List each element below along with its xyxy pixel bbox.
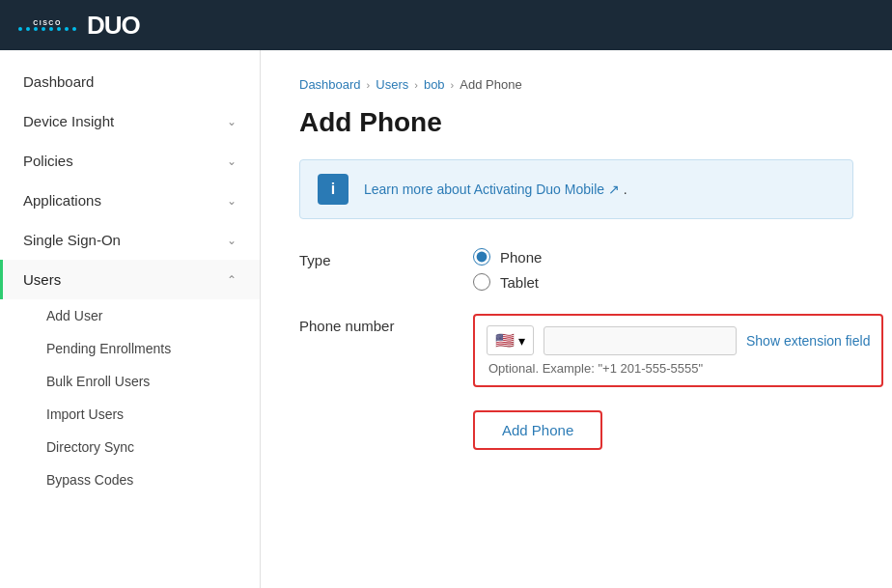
breadcrumb-dashboard[interactable]: Dashboard xyxy=(299,77,361,92)
sidebar-item-label-applications: Applications xyxy=(23,192,101,209)
phone-control: 🇺🇸 ▾ Show extension field Optional. Exam… xyxy=(473,314,883,387)
type-tablet-label: Tablet xyxy=(500,274,539,291)
chevron-down-icon: ⌄ xyxy=(227,115,237,128)
cisco-dots xyxy=(17,26,77,32)
sidebar-subitem-bulk-enroll-users[interactable]: Bulk Enroll Users xyxy=(0,365,260,398)
chevron-down-icon: ⌄ xyxy=(227,194,237,208)
type-radio-group: Phone Tablet xyxy=(473,248,853,291)
page-title: Add Phone xyxy=(299,107,853,138)
type-radio-phone[interactable] xyxy=(473,248,490,266)
phone-field-wrapper: 🇺🇸 ▾ Show extension field Optional. Exam… xyxy=(473,314,883,387)
logo-area: CISCO DUO xyxy=(17,11,140,41)
submit-spacer xyxy=(299,410,473,414)
info-banner-text: Learn more about Activating Duo Mobile ↗… xyxy=(364,182,627,197)
phone-input-row: 🇺🇸 ▾ Show extension field xyxy=(487,325,870,355)
type-radio-tablet[interactable] xyxy=(473,273,490,291)
duo-logo: DUO xyxy=(87,11,140,41)
info-banner: i Learn more about Activating Duo Mobile… xyxy=(299,159,853,219)
sidebar-item-label-policies: Policies xyxy=(23,153,73,169)
chevron-down-icon: ⌄ xyxy=(227,234,237,247)
sidebar-item-dashboard[interactable]: Dashboard xyxy=(0,62,260,101)
phone-form-row: Phone number 🇺🇸 ▾ Show extension field O… xyxy=(299,314,853,387)
country-chevron-icon: ▾ xyxy=(518,333,525,349)
sidebar-item-applications[interactable]: Applications ⌄ xyxy=(0,181,260,220)
sidebar-item-label-dashboard: Dashboard xyxy=(23,73,94,90)
phone-hint: Optional. Example: "+1 201-555-5555" xyxy=(487,361,870,376)
sidebar-item-policies[interactable]: Policies ⌄ xyxy=(0,141,260,181)
cisco-logo: CISCO xyxy=(17,19,77,32)
sidebar-subitem-add-user[interactable]: Add User xyxy=(0,299,260,332)
external-link-icon: ↗ xyxy=(608,182,620,197)
sidebar: Dashboard Device Insight ⌄ Policies ⌄ Ap… xyxy=(0,50,261,588)
sidebar-item-label-users: Users xyxy=(23,271,61,288)
sidebar-item-label-device-insight: Device Insight xyxy=(23,113,114,129)
chevron-up-icon: ⌃ xyxy=(227,273,237,287)
submit-control: Add Phone xyxy=(473,410,853,450)
breadcrumb-sep-3: › xyxy=(451,79,455,91)
type-control: Phone Tablet xyxy=(473,248,853,291)
chevron-down-icon: ⌄ xyxy=(227,154,237,168)
breadcrumb-sep-2: › xyxy=(414,79,418,91)
country-select[interactable]: 🇺🇸 ▾ xyxy=(487,325,534,355)
breadcrumb-current: Add Phone xyxy=(460,77,521,92)
sidebar-item-label-sso: Single Sign-On xyxy=(23,232,121,248)
sidebar-subitem-directory-sync[interactable]: Directory Sync xyxy=(0,431,260,463)
show-extension-link[interactable]: Show extension field xyxy=(746,333,870,349)
country-flag: 🇺🇸 xyxy=(495,331,515,350)
main-content: Dashboard › Users › bob › Add Phone Add … xyxy=(261,50,892,588)
breadcrumb: Dashboard › Users › bob › Add Phone xyxy=(299,77,853,92)
type-option-phone[interactable]: Phone xyxy=(473,248,853,266)
add-phone-button[interactable]: Add Phone xyxy=(473,410,602,450)
top-navigation: CISCO DUO xyxy=(0,0,892,50)
info-banner-link[interactable]: Learn more about Activating Duo Mobile ↗ xyxy=(364,182,624,197)
type-phone-label: Phone xyxy=(500,249,542,266)
sidebar-subitem-pending-enrollments[interactable]: Pending Enrollments xyxy=(0,332,260,365)
info-icon: i xyxy=(318,174,348,205)
breadcrumb-sep-1: › xyxy=(367,79,371,91)
sidebar-subitems-users: Add User Pending Enrollments Bulk Enroll… xyxy=(0,299,260,496)
submit-form-row: Add Phone xyxy=(299,410,853,450)
breadcrumb-users[interactable]: Users xyxy=(376,77,408,92)
phone-number-input[interactable] xyxy=(544,326,737,355)
sidebar-subitem-import-users[interactable]: Import Users xyxy=(0,398,260,431)
sidebar-item-single-sign-on[interactable]: Single Sign-On ⌄ xyxy=(0,220,260,260)
sidebar-subitem-bypass-codes[interactable]: Bypass Codes xyxy=(0,463,260,496)
type-label: Type xyxy=(299,248,473,268)
sidebar-item-users[interactable]: Users ⌃ xyxy=(0,260,260,299)
breadcrumb-bob[interactable]: bob xyxy=(424,77,445,92)
sidebar-item-device-insight[interactable]: Device Insight ⌄ xyxy=(0,101,260,141)
type-option-tablet[interactable]: Tablet xyxy=(473,273,853,291)
main-layout: Dashboard Device Insight ⌄ Policies ⌄ Ap… xyxy=(0,50,892,588)
type-form-row: Type Phone Tablet xyxy=(299,248,853,291)
cisco-text: CISCO xyxy=(33,19,62,26)
phone-label: Phone number xyxy=(299,314,473,334)
